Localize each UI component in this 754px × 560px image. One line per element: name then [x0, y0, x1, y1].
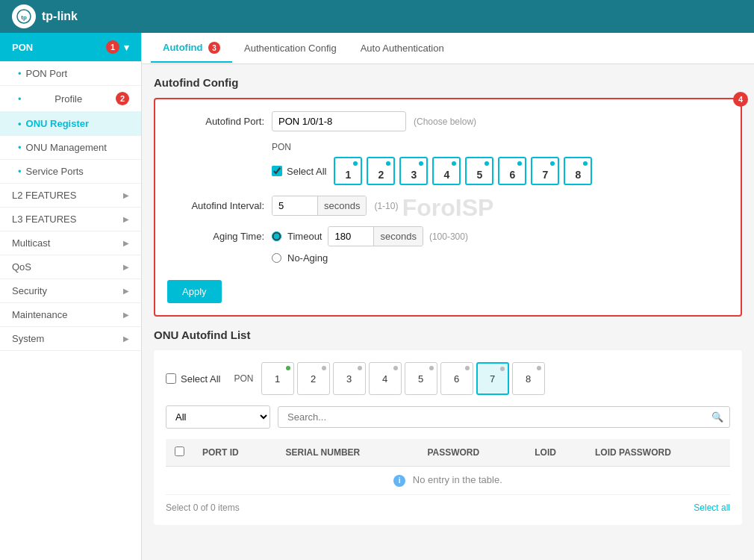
autofind-interval-row: Autofind Interval: seconds (1-10): [167, 196, 729, 216]
aging-group: Timeout seconds (100-300) No-Aging: [272, 226, 468, 264]
autofind-config-title: Autofind Config: [154, 76, 742, 89]
pon-btn-7[interactable]: 7: [531, 157, 559, 185]
autofind-interval-input-group: seconds: [272, 196, 367, 216]
search-icon: 🔍: [711, 411, 723, 423]
onu-pon-btn-6[interactable]: 6: [440, 362, 473, 395]
select-all-label: Select All: [287, 166, 326, 177]
autofind-interval-input[interactable]: [272, 196, 317, 215]
sidebar-item-multicast[interactable]: Multicast ▶: [0, 231, 141, 255]
autofind-port-row: Autofind Port: (Choose below): [167, 111, 729, 131]
tab-auth-config[interactable]: Authentication Config: [232, 35, 349, 63]
tab-autofind-badge: 3: [208, 42, 220, 54]
sidebar-item-pon-port[interactable]: PON Port: [0, 62, 141, 86]
sidebar-item-pon[interactable]: PON 1 ▾: [0, 33, 141, 62]
th-checkbox: [166, 439, 193, 467]
table-header-row: PORT ID SERIAL NUMBER PASSWORD LOID LOID…: [166, 439, 730, 467]
onu-list-select-all-checkbox[interactable]: [166, 373, 176, 384]
search-input[interactable]: [284, 407, 711, 427]
sidebar-qos-label: QoS: [12, 261, 31, 273]
sidebar-item-profile[interactable]: Profile 2: [0, 86, 141, 112]
tabs-bar: Autofind 3 Authentication Config Auto Au…: [142, 33, 754, 64]
onu-list-select-all-group: Select All: [166, 373, 220, 385]
pon-btn-6[interactable]: 6: [498, 157, 526, 185]
sidebar-multicast-label: Multicast: [12, 237, 50, 249]
pon-section-label: PON: [272, 142, 729, 152]
onu-list-pon-row: Select All PON 1 2 3 4 5 6 7 8: [166, 362, 730, 395]
onu-pon-btn-2[interactable]: 2: [297, 362, 330, 395]
aging-timeout-input[interactable]: [328, 227, 373, 246]
sidebar-profile-badge: 2: [116, 92, 129, 105]
main-layout: PON 1 ▾ PON Port Profile 2 ONU Register …: [0, 33, 754, 560]
aging-time-label: Aging Time:: [167, 226, 264, 242]
sidebar-onu-management-label: ONU Management: [26, 142, 107, 153]
sidebar-l3-chevron: ▶: [123, 215, 129, 223]
onu-pon-btn-4[interactable]: 4: [369, 362, 402, 395]
sidebar-onu-register-label: ONU Register: [26, 118, 90, 129]
sidebar-item-qos[interactable]: QoS ▶: [0, 255, 141, 279]
autofind-interval-label: Autofind Interval:: [167, 200, 264, 211]
onu-pon-btn-7[interactable]: 7: [476, 362, 509, 395]
table-empty-row: i No entry in the table.: [166, 467, 730, 495]
sidebar-item-l2features[interactable]: L2 FEATURES ▶: [0, 184, 141, 208]
onu-pon-btn-5[interactable]: 5: [405, 362, 437, 395]
onu-pon-btn-1[interactable]: 1: [261, 362, 294, 395]
logo-icon: tp: [12, 4, 36, 28]
pon-btn-2[interactable]: 2: [367, 157, 395, 185]
sidebar-item-system[interactable]: System ▶: [0, 327, 141, 351]
autofind-port-label: Autofind Port:: [167, 116, 264, 127]
pon-btn-3[interactable]: 3: [399, 157, 428, 185]
table-select-all-checkbox[interactable]: [175, 447, 184, 456]
sidebar: PON 1 ▾ PON Port Profile 2 ONU Register …: [0, 33, 142, 560]
tab-autofind[interactable]: Autofind 3: [151, 34, 232, 63]
aging-timeout-option: Timeout seconds (100-300): [272, 226, 468, 246]
aging-noaging-radio[interactable]: [272, 253, 281, 263]
sidebar-item-onu-management[interactable]: ONU Management: [0, 136, 141, 160]
autofind-port-input[interactable]: [272, 111, 406, 131]
sidebar-item-service-ports[interactable]: Service Ports: [0, 160, 141, 184]
onu-pon-btn-8[interactable]: 8: [512, 362, 545, 395]
select-all-checkbox[interactable]: [272, 166, 282, 176]
aging-timeout-radio[interactable]: [272, 231, 281, 241]
pon-btn-5[interactable]: 5: [465, 157, 493, 185]
pon-select-row: Select All 1 2 3 4 5 6 7 8: [272, 157, 729, 185]
info-icon: i: [393, 475, 405, 487]
search-box: 🔍: [278, 406, 730, 428]
sidebar-qos-chevron: ▶: [123, 263, 129, 271]
logo: tp tp-link: [12, 4, 78, 28]
table-select-all-link[interactable]: Select all: [694, 503, 730, 513]
aging-noaging-label: No-Aging: [287, 252, 328, 264]
pon-btn-4[interactable]: 4: [432, 157, 461, 185]
autofind-interval-hint: (1-10): [374, 201, 398, 211]
onu-table-wrap: PORT ID SERIAL NUMBER PASSWORD LOID LOID…: [166, 439, 730, 495]
pon-btn-8[interactable]: 8: [564, 157, 592, 185]
apply-button[interactable]: Apply: [167, 280, 222, 303]
page-content: Autofind Config 4 Autofind Port: (Choose…: [142, 64, 754, 537]
filter-select[interactable]: All Authenticated Unauthenticated: [166, 405, 270, 429]
autofind-config-box: 4 Autofind Port: (Choose below) PON Sele…: [154, 98, 742, 317]
content-area: Autofind 3 Authentication Config Auto Au…: [142, 33, 754, 560]
th-serial-number: SERIAL NUMBER: [276, 439, 418, 467]
filter-row: All Authenticated Unauthenticated 🔍: [166, 405, 730, 429]
aging-timeout-input-group: seconds: [328, 226, 423, 246]
sidebar-item-onu-register[interactable]: ONU Register: [0, 112, 141, 136]
top-navigation: tp tp-link: [0, 0, 754, 33]
onu-list-pon-buttons: 1 2 3 4 5 6 7 8: [261, 362, 545, 395]
aging-time-row: Aging Time: Timeout seconds (100-300): [167, 226, 729, 264]
th-port-id: PORT ID: [193, 439, 276, 467]
onu-list-title: ONU Autofind List: [154, 329, 742, 341]
sidebar-l2-chevron: ▶: [123, 191, 129, 199]
sidebar-item-maintenance[interactable]: Maintenance ▶: [0, 303, 141, 327]
sidebar-item-security[interactable]: Security ▶: [0, 279, 141, 303]
empty-message: No entry in the table.: [413, 474, 502, 485]
autofind-interval-suffix: seconds: [317, 196, 366, 215]
aging-noaging-option: No-Aging: [272, 252, 468, 264]
aging-timeout-hint: (100-300): [429, 231, 468, 242]
sidebar-item-l3features[interactable]: L3 FEATURES ▶: [0, 208, 141, 231]
pon-btn-1[interactable]: 1: [334, 157, 362, 185]
onu-pon-btn-3[interactable]: 3: [333, 362, 366, 395]
sidebar-maintenance-chevron: ▶: [123, 311, 129, 319]
tab-auto-auth[interactable]: Auto Authentication: [349, 35, 456, 63]
sidebar-system-chevron: ▶: [123, 335, 129, 343]
sidebar-security-chevron: ▶: [123, 287, 129, 295]
table-footer-text: Select 0 of 0 items: [166, 503, 240, 513]
